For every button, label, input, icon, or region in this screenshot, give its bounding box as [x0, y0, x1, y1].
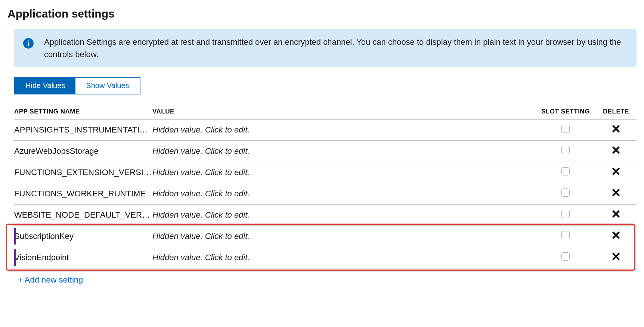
delete-icon[interactable] — [612, 210, 620, 218]
table-row: APPINSIGHTS_INSTRUMENTATI…Hidden value. … — [14, 119, 637, 141]
info-icon: i — [23, 38, 34, 49]
delete-icon[interactable] — [612, 231, 620, 239]
setting-value[interactable]: Hidden value. Click to edit. — [152, 119, 536, 141]
delete-cell — [595, 141, 637, 162]
setting-value[interactable]: Hidden value. Click to edit. — [152, 162, 536, 183]
slot-setting-cell — [536, 247, 595, 268]
slot-setting-checkbox[interactable] — [561, 252, 570, 261]
setting-name[interactable]: VisionEndpoint — [14, 247, 152, 268]
column-header-name[interactable]: App Setting Name — [14, 105, 152, 119]
delete-icon[interactable] — [612, 167, 620, 175]
delete-cell — [595, 226, 637, 247]
delete-icon[interactable] — [612, 146, 620, 154]
setting-value[interactable]: Hidden value. Click to edit. — [152, 226, 536, 247]
slot-setting-cell — [536, 162, 595, 183]
slot-setting-checkbox[interactable] — [561, 210, 570, 218]
table-row: WEBSITE_NODE_DEFAULT_VER…Hidden value. C… — [14, 205, 637, 226]
slot-setting-checkbox[interactable] — [561, 125, 570, 133]
setting-value[interactable]: Hidden value. Click to edit. — [152, 141, 536, 162]
table-row: AzureWebJobsStorageHidden value. Click t… — [14, 141, 637, 162]
setting-name[interactable]: APPINSIGHTS_INSTRUMENTATI… — [14, 119, 152, 141]
column-header-delete[interactable]: Delete — [595, 105, 637, 119]
page-title: Application settings — [7, 7, 637, 20]
delete-cell — [595, 119, 637, 141]
setting-value[interactable]: Hidden value. Click to edit. — [152, 247, 536, 268]
delete-cell — [595, 162, 637, 183]
column-header-value[interactable]: Value — [152, 105, 536, 119]
slot-setting-cell — [536, 119, 595, 141]
slot-setting-cell — [536, 205, 595, 226]
show-values-button[interactable]: Show Values — [75, 78, 139, 94]
setting-name[interactable]: FUNCTIONS_WORKER_RUNTIME — [14, 183, 152, 205]
setting-value[interactable]: Hidden value. Click to edit. — [152, 205, 536, 226]
slot-setting-cell — [536, 183, 595, 205]
setting-name[interactable]: AzureWebJobsStorage — [14, 141, 152, 162]
table-row: FUNCTIONS_EXTENSION_VERSI…Hidden value. … — [14, 162, 637, 183]
slot-setting-checkbox[interactable] — [561, 167, 570, 175]
app-settings-table: App Setting Name Value Slot Setting Dele… — [14, 105, 637, 268]
slot-setting-checkbox[interactable] — [561, 189, 570, 197]
slot-setting-cell — [536, 141, 595, 162]
delete-icon[interactable] — [612, 189, 620, 197]
setting-name[interactable]: SubscriptionKey — [14, 226, 152, 247]
slot-setting-checkbox[interactable] — [561, 231, 570, 239]
info-banner-text: Application Settings are encrypted at re… — [44, 36, 628, 60]
delete-cell — [595, 205, 637, 226]
column-header-slot[interactable]: Slot Setting — [536, 105, 595, 119]
values-visibility-toggle: Hide Values Show Values — [14, 77, 140, 94]
setting-value[interactable]: Hidden value. Click to edit. — [152, 183, 536, 205]
hide-values-button[interactable]: Hide Values — [15, 78, 75, 94]
info-banner: i Application Settings are encrypted at … — [14, 29, 637, 67]
slot-setting-cell — [536, 226, 595, 247]
delete-icon[interactable] — [612, 252, 620, 261]
setting-name[interactable]: FUNCTIONS_EXTENSION_VERSI… — [14, 162, 152, 183]
slot-setting-checkbox[interactable] — [561, 146, 570, 154]
table-row: SubscriptionKeyHidden value. Click to ed… — [14, 226, 637, 247]
table-row: VisionEndpointHidden value. Click to edi… — [14, 247, 637, 268]
delete-cell — [595, 183, 637, 205]
add-new-setting-link[interactable]: + Add new setting — [18, 275, 83, 285]
delete-cell — [595, 247, 637, 268]
table-row: FUNCTIONS_WORKER_RUNTIMEHidden value. Cl… — [14, 183, 637, 205]
setting-name[interactable]: WEBSITE_NODE_DEFAULT_VER… — [14, 205, 152, 226]
delete-icon[interactable] — [612, 125, 620, 133]
